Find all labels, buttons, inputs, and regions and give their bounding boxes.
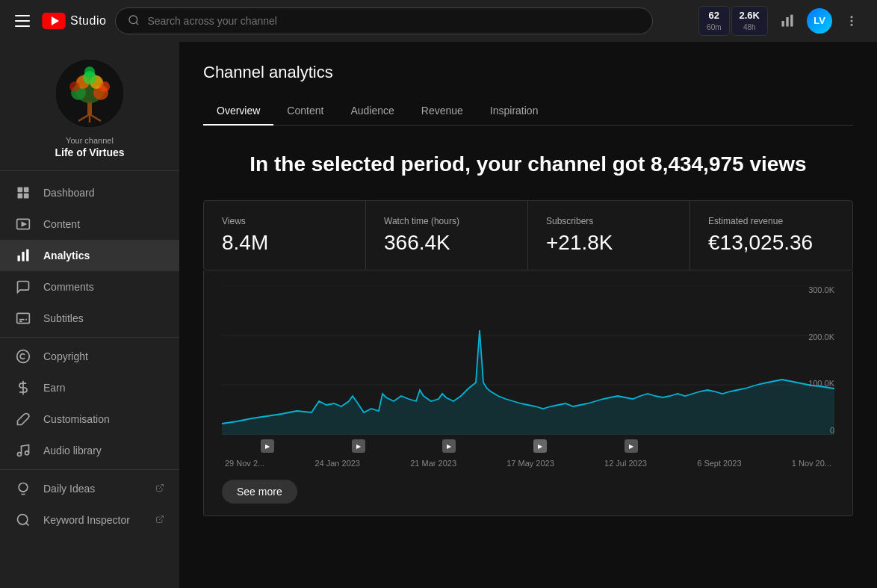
views-label: Views — [222, 216, 347, 226]
speech-icon — [15, 279, 31, 295]
analytics-label: Analytics — [43, 250, 164, 261]
copyright-icon — [15, 348, 31, 365]
tab-audience[interactable]: Audience — [337, 97, 407, 126]
metrics-row: Views 8.4M Watch time (hours) 366.4K Sub… — [203, 200, 853, 270]
x-label-1: 24 Jan 2023 — [314, 459, 360, 468]
metric-subscribers: Subscribers +21.8K — [528, 201, 690, 270]
subtitles-label: Subtitles — [43, 312, 164, 324]
svg-point-23 — [84, 66, 95, 77]
search-bar[interactable] — [115, 7, 653, 34]
chart-y-labels: 300.0K 200.0K 100.0K 0 — [802, 285, 834, 435]
content-label: Content — [43, 218, 164, 230]
sidebar-item-earn[interactable]: Earn — [0, 372, 179, 403]
external-icon-keyword — [155, 515, 164, 526]
views-value: 8.4M — [222, 231, 347, 255]
svg-point-2 — [129, 16, 137, 24]
x-label-3: 17 May 2023 — [506, 459, 554, 468]
logo: Studio — [42, 13, 106, 29]
sidebar-item-content[interactable]: Content — [0, 208, 179, 240]
video-icon-5: ▶ — [625, 439, 638, 453]
video-icon-4: ▶ — [533, 439, 547, 453]
content-area: Channel analytics Overview Content Audie… — [179, 42, 877, 588]
subscribers-badge: 2.6K 48h — [731, 6, 768, 36]
tab-revenue[interactable]: Revenue — [408, 97, 477, 126]
svg-point-22 — [99, 81, 110, 92]
metric-views: Views 8.4M — [204, 201, 366, 270]
sidebar-item-daily-ideas[interactable]: Daily Ideas — [0, 473, 179, 504]
dollar-icon — [15, 380, 31, 396]
x-label-5: 6 Sept 2023 — [697, 459, 741, 468]
channel-avatar — [56, 60, 123, 127]
see-more-button[interactable]: See more — [222, 480, 297, 504]
sidebar-item-keyword-inspector[interactable]: Keyword Inspector — [0, 504, 179, 536]
svg-point-41 — [19, 483, 28, 492]
svg-point-21 — [69, 81, 80, 92]
sidebar-item-customisation[interactable]: Customisation — [0, 403, 179, 435]
sidebar: Your channel Life of Virtues Dashboard — [0, 42, 179, 588]
tab-overview[interactable]: Overview — [203, 97, 273, 126]
metric-revenue: Estimated revenue €13,025.36 — [690, 201, 852, 270]
svg-point-9 — [851, 24, 853, 26]
subscribers-label: Subscribers — [546, 216, 672, 226]
sidebar-item-analytics[interactable]: Analytics — [0, 240, 179, 271]
watch-time-label: Watch time (hours) — [384, 216, 509, 226]
analytics-icon-btn[interactable] — [774, 7, 801, 34]
search-icon — [128, 14, 140, 28]
menu-button[interactable] — [12, 12, 33, 30]
page-title: Channel analytics — [203, 63, 853, 82]
topnav-left: Studio — [12, 12, 106, 30]
svg-marker-29 — [22, 223, 25, 226]
tab-content[interactable]: Content — [273, 97, 337, 126]
dashboard-label: Dashboard — [43, 187, 164, 199]
bar-chart-icon — [15, 247, 31, 264]
sidebar-item-comments[interactable]: Comments — [0, 271, 179, 303]
sidebar-item-copyright[interactable]: Copyright — [0, 341, 179, 372]
chart-container: 300.0K 200.0K 100.0K 0 — [203, 270, 853, 516]
svg-rect-4 — [782, 21, 784, 27]
svg-point-8 — [851, 19, 853, 22]
svg-rect-33 — [17, 313, 30, 323]
svg-rect-31 — [22, 252, 24, 261]
more-options-icon[interactable] — [838, 7, 865, 34]
comments-label: Comments — [43, 281, 164, 293]
tab-inspiration[interactable]: Inspiration — [477, 97, 552, 126]
svg-line-3 — [136, 22, 138, 25]
svg-rect-25 — [24, 188, 29, 193]
topnav: Studio 62 60m 2.6K 48h LV — [0, 0, 877, 42]
sidebar-item-subtitles[interactable]: Subtitles — [0, 303, 179, 334]
video-icon-3: ▶ — [442, 439, 456, 453]
svg-rect-26 — [18, 194, 23, 199]
daily-ideas-label: Daily Ideas — [43, 483, 143, 495]
search-input[interactable] — [147, 15, 640, 27]
channel-label: Your channel — [66, 136, 114, 145]
chart-icons: ▶ ▶ ▶ ▶ ▶ — [222, 439, 834, 453]
chart-labels-x: 29 Nov 2... 24 Jan 2023 21 Mar 2023 17 M… — [222, 459, 834, 468]
earn-label: Earn — [43, 382, 164, 394]
sidebar-divider — [0, 337, 179, 338]
main-layout: Your channel Life of Virtues Dashboard — [0, 42, 877, 588]
stats-badges: 62 60m 2.6K 48h — [698, 6, 768, 36]
tabs: Overview Content Audience Revenue Inspir… — [203, 97, 853, 126]
chart-svg — [222, 285, 834, 435]
x-label-0: 29 Nov 2... — [225, 459, 264, 468]
watch-time-value: 366.4K — [384, 231, 509, 255]
svg-point-37 — [17, 350, 30, 363]
avatar[interactable]: LV — [807, 8, 832, 34]
svg-line-45 — [159, 516, 164, 520]
hero-text: In the selected period, your channel got… — [203, 146, 853, 182]
copyright-label: Copyright — [43, 350, 164, 362]
grid-icon — [15, 185, 31, 201]
svg-rect-24 — [18, 188, 23, 193]
topnav-right: 62 60m 2.6K 48h LV — [698, 6, 865, 36]
sidebar-item-dashboard[interactable]: Dashboard — [0, 177, 179, 208]
channel-info: Your channel Life of Virtues — [0, 42, 179, 171]
svg-line-42 — [159, 484, 164, 489]
nav-items: Dashboard Content Analytics — [0, 171, 179, 542]
metric-watch-time: Watch time (hours) 366.4K — [366, 201, 528, 270]
svg-point-39 — [18, 453, 22, 457]
subtitles-icon — [15, 310, 31, 327]
sidebar-item-audio-library[interactable]: Audio library — [0, 435, 179, 466]
views-badge: 62 60m — [698, 6, 729, 36]
svg-rect-30 — [18, 256, 20, 261]
svg-point-43 — [18, 515, 28, 524]
